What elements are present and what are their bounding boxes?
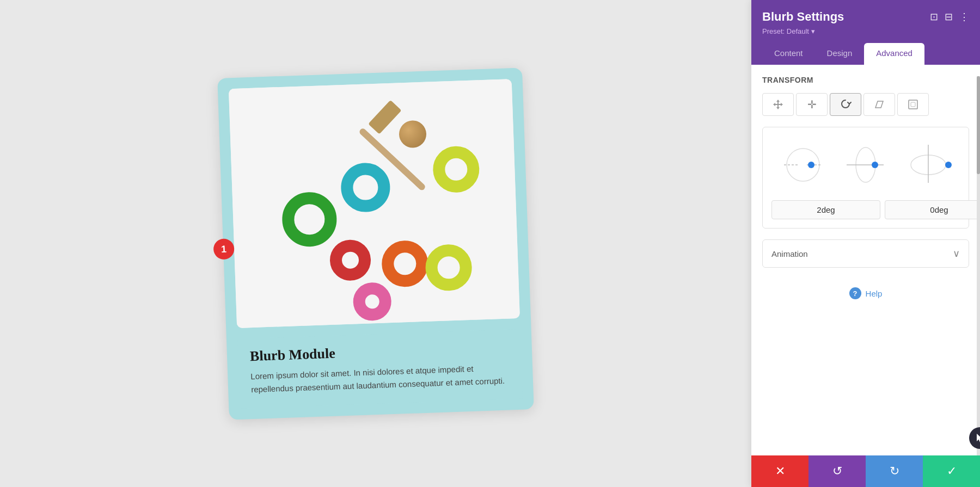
skew-transform-btn[interactable] bbox=[863, 93, 895, 116]
save-button[interactable]: ✓ bbox=[923, 455, 980, 487]
svg-point-8 bbox=[872, 162, 878, 168]
hammer-head bbox=[368, 100, 401, 134]
rotate-y-input[interactable] bbox=[885, 200, 980, 219]
ring-yellow-bottom bbox=[425, 243, 473, 291]
panel-header: Blurb Settings ⊡ ⊟ ⋮ Preset: Default ▾ C… bbox=[751, 0, 980, 65]
blurb-card-image bbox=[229, 79, 520, 328]
move-transform-btn[interactable] bbox=[762, 93, 794, 116]
panel-preset[interactable]: Preset: Default ▾ bbox=[762, 27, 969, 35]
redo-button[interactable]: ↻ bbox=[866, 455, 923, 487]
svg-rect-0 bbox=[909, 100, 917, 109]
help-label: Help bbox=[866, 289, 883, 298]
animation-section[interactable]: Animation ∨ bbox=[762, 239, 969, 268]
panel-footer: ✕ ↺ ↻ ✓ bbox=[751, 455, 980, 487]
more-icon[interactable]: ⋮ bbox=[959, 11, 969, 23]
blurb-body: Lorem ipsum dolor sit amet. In nisi dolo… bbox=[250, 361, 510, 396]
undo-button[interactable]: ↺ bbox=[808, 455, 866, 487]
ring-green-large bbox=[281, 191, 338, 247]
rotation-diagrams bbox=[771, 140, 960, 189]
panel-body: Transform ✛ bbox=[751, 65, 980, 455]
scrollbar-thumb[interactable] bbox=[977, 76, 980, 174]
chevron-down-icon: ∨ bbox=[953, 248, 960, 260]
collapse-icon[interactable]: ⊟ bbox=[945, 11, 953, 23]
panel-title-row: Blurb Settings ⊡ ⊟ ⋮ bbox=[762, 10, 969, 24]
ring-yellow-top bbox=[432, 145, 480, 193]
help-row[interactable]: ? Help bbox=[762, 279, 969, 308]
panel-header-icons: ⊡ ⊟ ⋮ bbox=[930, 11, 969, 23]
ring-orange bbox=[381, 239, 429, 287]
ring-teal bbox=[340, 162, 391, 213]
panel-title: Blurb Settings bbox=[762, 10, 844, 24]
canvas-area: 1 bbox=[0, 0, 751, 487]
blurb-title: Blurb Module bbox=[250, 339, 510, 365]
wooden-ball bbox=[399, 120, 427, 148]
svg-point-5 bbox=[808, 162, 814, 168]
tab-design[interactable]: Design bbox=[815, 43, 865, 65]
tab-advanced[interactable]: Advanced bbox=[864, 43, 924, 65]
transform-section-title: Transform bbox=[762, 76, 969, 84]
tab-content[interactable]: Content bbox=[762, 43, 815, 65]
rotation-diagram-x bbox=[779, 140, 828, 189]
animation-label: Animation bbox=[771, 249, 808, 258]
scrollbar-track bbox=[977, 76, 980, 455]
ring-pink bbox=[353, 282, 392, 321]
panel-tabs: Content Design Advanced bbox=[762, 43, 969, 65]
rotate-x-input[interactable] bbox=[771, 200, 880, 219]
rotation-diagram-area bbox=[762, 127, 969, 229]
svg-point-11 bbox=[945, 162, 952, 168]
toy-scene bbox=[229, 79, 520, 328]
settings-panel: Blurb Settings ⊡ ⊟ ⋮ Preset: Default ▾ C… bbox=[751, 0, 980, 487]
step-badge: 1 bbox=[213, 238, 235, 260]
svg-rect-1 bbox=[911, 102, 915, 107]
expand-icon[interactable]: ⊡ bbox=[930, 11, 938, 23]
rotation-inputs bbox=[771, 200, 960, 219]
rotation-diagram-z bbox=[904, 140, 953, 189]
blurb-card-text: Blurb Module Lorem ipsum dolor sit amet.… bbox=[237, 329, 523, 408]
blurb-card-inner bbox=[229, 79, 520, 328]
rotate-transform-btn[interactable] bbox=[830, 93, 861, 116]
translate-transform-btn[interactable]: ✛ bbox=[796, 93, 828, 116]
help-icon: ? bbox=[849, 287, 861, 299]
ring-red bbox=[329, 239, 372, 281]
rotation-diagram-y bbox=[841, 140, 890, 189]
transform-icons-row: ✛ bbox=[762, 93, 969, 116]
blurb-card[interactable]: 1 bbox=[217, 67, 534, 420]
cancel-button[interactable]: ✕ bbox=[751, 455, 808, 487]
scale-transform-btn[interactable] bbox=[897, 93, 929, 116]
